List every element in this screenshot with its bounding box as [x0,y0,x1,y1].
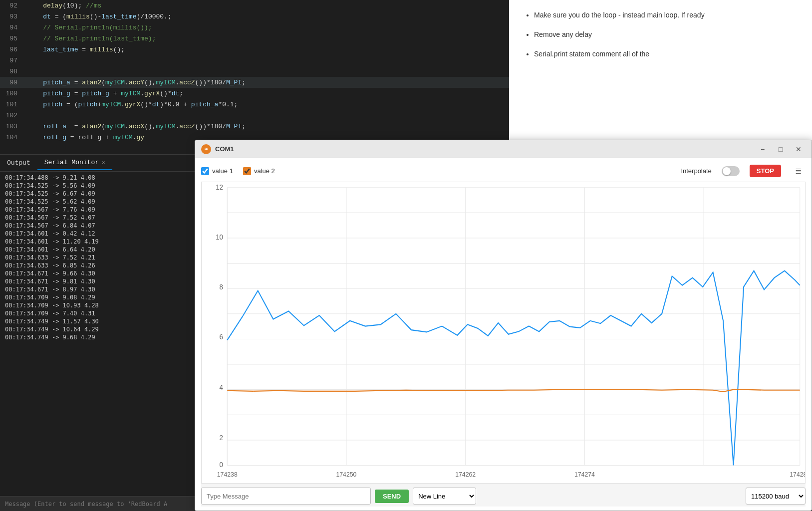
menu-icon-button[interactable]: ≣ [791,164,806,178]
svg-text:12: 12 [216,184,223,191]
code-line-96: 96 last_time = millis(); [0,44,509,55]
serial-line: 00:17:34.749 -> 10.64 4.29 [0,325,195,333]
plotter-window: ≈ COM1 − □ ✕ value 1 value 2 Interpolate… [195,140,812,511]
serial-output: 00:17:34.488 -> 9.21 4.0800:17:34.525 ->… [0,172,195,496]
baud-select[interactable]: 300 baud1200 baud2400 baud4800 baud9600 … [746,488,806,505]
serial-line: 00:17:34.567 -> 6.84 4.07 [0,222,195,230]
svg-text:174238: 174238 [217,471,238,478]
serial-line: 00:17:34.709 -> 10.93 4.28 [0,301,195,309]
value1-line [227,271,800,466]
serial-line: 00:17:34.601 -> 0.42 4.12 [0,230,195,238]
serial-line: 00:17:34.709 -> 7.40 4.31 [0,309,195,317]
code-line-94: 94 // Serial.println(millis()); [0,22,509,33]
code-line-99: 99 pitch_a = atan2(myICM.accY(),myICM.ac… [0,77,509,88]
instruction-1: Make sure you do the loop - instead main… [534,10,802,20]
chart-area: 12 10 8 6 4 2 0 174238 174250 174262 174… [201,182,806,484]
plotter-title: COM1 [215,145,752,153]
code-line-101: 101 pitch = (pitch+myICM.gyrX()*dt)*0.9 … [0,99,509,110]
code-line-92: 92 delay(10); //ms [0,0,509,11]
code-editor: 92 delay(10); //ms 93 dt = (millis()-las… [0,0,509,155]
plotter-bottom: SEND New LineNo Line EndingCarriage Retu… [201,484,806,507]
svg-text:0: 0 [220,461,224,468]
serial-line: 00:17:34.671 -> 9.66 4.30 [0,269,195,277]
chart-svg: 12 10 8 6 4 2 0 174238 174250 174262 174… [202,182,805,483]
plotter-icon: ≈ [201,144,211,154]
code-line-93: 93 dt = (millis()-last_time)/10000.; [0,11,509,22]
tab-close-icon[interactable]: ✕ [102,159,105,166]
stop-button[interactable]: STOP [750,165,781,177]
tab-serial-monitor[interactable]: Serial Monitor ✕ [37,156,112,170]
tabs-bar: Output Serial Monitor ✕ [0,155,195,172]
message-input[interactable] [5,501,190,508]
legend-value1: value 1 [201,167,233,175]
svg-text:174274: 174274 [574,471,595,478]
svg-text:10: 10 [216,234,223,241]
legend-value1-checkbox[interactable] [201,167,209,175]
code-line-97: 97 [0,55,509,66]
send-button[interactable]: SEND [375,490,409,503]
svg-text:8: 8 [220,283,223,291]
message-bar [0,496,195,511]
serial-line: 00:17:34.488 -> 9.21 4.08 [0,174,195,182]
serial-line: 00:17:34.567 -> 7.52 4.07 [0,214,195,222]
svg-text:2: 2 [220,434,223,442]
plotter-toolbar: value 1 value 2 Interpolate STOP ≣ [201,162,806,182]
serial-line: 00:17:34.749 -> 9.68 4.29 [0,333,195,341]
code-line-100: 100 pitch_g = pitch_g + myICM.gyrX()*dt; [0,88,509,99]
legend-value2: value 2 [243,167,275,175]
close-button[interactable]: ✕ [792,142,806,156]
serial-line: 00:17:34.633 -> 7.52 4.21 [0,254,195,261]
newline-select[interactable]: New LineNo Line EndingCarriage ReturnBot… [413,488,476,505]
serial-line: 00:17:34.671 -> 8.97 4.30 [0,285,195,293]
tab-serial-monitor-label: Serial Monitor [44,159,99,166]
tab-output[interactable]: Output [0,156,37,170]
maximize-button[interactable]: □ [774,142,788,156]
interpolate-toggle[interactable] [722,166,740,176]
code-line-102: 102 [0,110,509,121]
instructions-panel: Make sure you do the loop - instead main… [509,0,812,155]
type-message-input[interactable] [201,488,371,505]
code-line-98: 98 [0,66,509,77]
serial-line: 00:17:34.525 -> 5.56 4.09 [0,182,195,190]
instruction-2: Remove any delay [534,29,802,40]
window-controls: − □ ✕ [756,142,806,156]
serial-line: 00:17:34.709 -> 9.08 4.29 [0,293,195,301]
serial-line: 00:17:34.525 -> 6.67 4.09 [0,190,195,198]
interpolate-label: Interpolate [681,167,711,175]
svg-text:174250: 174250 [336,471,356,478]
serial-line: 00:17:34.633 -> 6.85 4.26 [0,261,195,269]
plotter-titlebar: ≈ COM1 − □ ✕ [195,140,812,158]
value2-line [227,390,800,392]
code-line-103: 103 roll_a = atan2(myICM.accX(),myICM.ac… [0,121,509,132]
serial-line: 00:17:34.749 -> 11.57 4.30 [0,317,195,325]
serial-line: 00:17:34.601 -> 11.20 4.19 [0,238,195,246]
minimize-button[interactable]: − [756,142,770,156]
toggle-knob [723,167,731,175]
legend-value2-checkbox[interactable] [243,167,251,175]
serial-line: 00:17:34.671 -> 9.81 4.30 [0,277,195,285]
serial-line: 00:17:34.601 -> 6.64 4.20 [0,246,195,254]
legend-value1-label: value 1 [212,167,233,175]
svg-text:4: 4 [220,383,224,391]
code-line-95: 95 // Serial.println(last_time); [0,33,509,44]
serial-line: 00:17:34.567 -> 7.76 4.09 [0,206,195,214]
svg-text:6: 6 [220,333,223,341]
svg-text:174287: 174287 [790,471,805,478]
svg-text:174262: 174262 [455,471,476,478]
plotter-content: value 1 value 2 Interpolate STOP ≣ [195,158,812,511]
instruction-3: Serial.print statem comment all of the [534,49,802,59]
serial-line: 00:17:34.525 -> 5.62 4.09 [0,198,195,206]
legend-value2-label: value 2 [254,167,275,175]
tab-output-label: Output [7,159,30,167]
